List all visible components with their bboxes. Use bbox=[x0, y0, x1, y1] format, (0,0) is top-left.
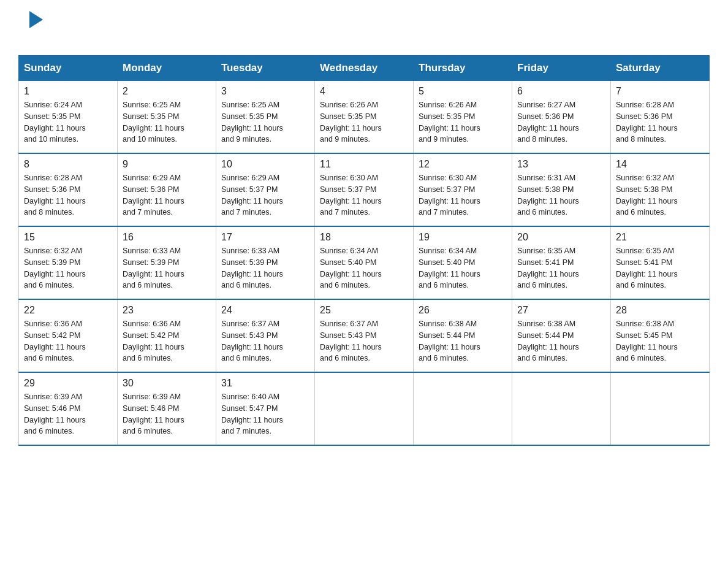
calendar-cell: 1 Sunrise: 6:24 AMSunset: 5:35 PMDayligh… bbox=[19, 81, 118, 154]
calendar-cell: 13 Sunrise: 6:31 AMSunset: 5:38 PMDaylig… bbox=[512, 153, 611, 226]
day-number: 26 bbox=[419, 305, 507, 316]
day-number: 11 bbox=[320, 159, 408, 170]
calendar-cell: 16 Sunrise: 6:33 AMSunset: 5:39 PMDaylig… bbox=[118, 226, 216, 299]
svg-marker-0 bbox=[29, 11, 43, 28]
calendar-cell: 27 Sunrise: 6:38 AMSunset: 5:44 PMDaylig… bbox=[512, 299, 611, 372]
day-info: Sunrise: 6:38 AMSunset: 5:45 PMDaylight:… bbox=[616, 318, 704, 364]
calendar-cell: 30 Sunrise: 6:39 AMSunset: 5:46 PMDaylig… bbox=[118, 372, 216, 445]
calendar-cell bbox=[512, 372, 611, 445]
weekday-header-monday: Monday bbox=[118, 56, 216, 81]
day-info: Sunrise: 6:32 AMSunset: 5:39 PMDaylight:… bbox=[24, 245, 112, 291]
day-number: 7 bbox=[616, 86, 704, 97]
day-info: Sunrise: 6:39 AMSunset: 5:46 PMDaylight:… bbox=[123, 391, 211, 437]
day-info: Sunrise: 6:26 AMSunset: 5:35 PMDaylight:… bbox=[320, 99, 408, 145]
day-number: 25 bbox=[320, 305, 408, 316]
day-info: Sunrise: 6:30 AMSunset: 5:37 PMDaylight:… bbox=[419, 172, 507, 218]
day-info: Sunrise: 6:35 AMSunset: 5:41 PMDaylight:… bbox=[517, 245, 605, 291]
calendar-table: SundayMondayTuesdayWednesdayThursdayFrid… bbox=[18, 55, 710, 446]
calendar-cell: 8 Sunrise: 6:28 AMSunset: 5:36 PMDayligh… bbox=[19, 153, 118, 226]
day-info: Sunrise: 6:29 AMSunset: 5:36 PMDaylight:… bbox=[123, 172, 211, 218]
calendar-cell: 10 Sunrise: 6:29 AMSunset: 5:37 PMDaylig… bbox=[216, 153, 315, 226]
weekday-header-row: SundayMondayTuesdayWednesdayThursdayFrid… bbox=[19, 56, 710, 81]
weekday-header-thursday: Thursday bbox=[414, 56, 512, 81]
day-info: Sunrise: 6:39 AMSunset: 5:46 PMDaylight:… bbox=[24, 391, 112, 437]
calendar-cell: 2 Sunrise: 6:25 AMSunset: 5:35 PMDayligh… bbox=[118, 81, 216, 154]
day-info: Sunrise: 6:35 AMSunset: 5:41 PMDaylight:… bbox=[616, 245, 704, 291]
day-info: Sunrise: 6:36 AMSunset: 5:42 PMDaylight:… bbox=[24, 318, 112, 364]
logo-arrow-icon bbox=[29, 11, 43, 28]
calendar-cell: 25 Sunrise: 6:37 AMSunset: 5:43 PMDaylig… bbox=[315, 299, 414, 372]
day-info: Sunrise: 6:28 AMSunset: 5:36 PMDaylight:… bbox=[24, 172, 112, 218]
day-number: 20 bbox=[517, 232, 605, 243]
calendar-week-row: 15 Sunrise: 6:32 AMSunset: 5:39 PMDaylig… bbox=[19, 226, 710, 299]
day-number: 27 bbox=[517, 305, 605, 316]
calendar-cell: 12 Sunrise: 6:30 AMSunset: 5:37 PMDaylig… bbox=[414, 153, 512, 226]
day-number: 17 bbox=[221, 232, 309, 243]
calendar-cell bbox=[414, 372, 512, 445]
day-number: 13 bbox=[517, 159, 605, 170]
day-number: 5 bbox=[419, 86, 507, 97]
day-info: Sunrise: 6:38 AMSunset: 5:44 PMDaylight:… bbox=[517, 318, 605, 364]
calendar-week-row: 8 Sunrise: 6:28 AMSunset: 5:36 PMDayligh… bbox=[19, 153, 710, 226]
day-number: 3 bbox=[221, 86, 309, 97]
calendar-cell: 23 Sunrise: 6:36 AMSunset: 5:42 PMDaylig… bbox=[118, 299, 216, 372]
calendar-cell: 6 Sunrise: 6:27 AMSunset: 5:36 PMDayligh… bbox=[512, 81, 611, 154]
day-number: 24 bbox=[221, 305, 309, 316]
calendar-cell bbox=[315, 372, 414, 445]
calendar-cell: 24 Sunrise: 6:37 AMSunset: 5:43 PMDaylig… bbox=[216, 299, 315, 372]
calendar-cell: 21 Sunrise: 6:35 AMSunset: 5:41 PMDaylig… bbox=[611, 226, 710, 299]
logo bbox=[18, 12, 43, 43]
calendar-cell: 20 Sunrise: 6:35 AMSunset: 5:41 PMDaylig… bbox=[512, 226, 611, 299]
day-number: 29 bbox=[24, 378, 112, 389]
day-number: 22 bbox=[24, 305, 112, 316]
day-number: 28 bbox=[616, 305, 704, 316]
day-number: 14 bbox=[616, 159, 704, 170]
day-number: 6 bbox=[517, 86, 605, 97]
day-info: Sunrise: 6:30 AMSunset: 5:37 PMDaylight:… bbox=[320, 172, 408, 218]
day-info: Sunrise: 6:36 AMSunset: 5:42 PMDaylight:… bbox=[123, 318, 211, 364]
weekday-header-tuesday: Tuesday bbox=[216, 56, 315, 81]
calendar-cell: 15 Sunrise: 6:32 AMSunset: 5:39 PMDaylig… bbox=[19, 226, 118, 299]
day-number: 8 bbox=[24, 159, 112, 170]
day-number: 15 bbox=[24, 232, 112, 243]
calendar-cell: 22 Sunrise: 6:36 AMSunset: 5:42 PMDaylig… bbox=[19, 299, 118, 372]
day-number: 19 bbox=[419, 232, 507, 243]
day-info: Sunrise: 6:37 AMSunset: 5:43 PMDaylight:… bbox=[221, 318, 309, 364]
day-info: Sunrise: 6:34 AMSunset: 5:40 PMDaylight:… bbox=[419, 245, 507, 291]
calendar-cell: 18 Sunrise: 6:34 AMSunset: 5:40 PMDaylig… bbox=[315, 226, 414, 299]
day-number: 2 bbox=[123, 86, 211, 97]
page-header bbox=[18, 12, 710, 43]
day-number: 21 bbox=[616, 232, 704, 243]
calendar-cell: 9 Sunrise: 6:29 AMSunset: 5:36 PMDayligh… bbox=[118, 153, 216, 226]
day-info: Sunrise: 6:38 AMSunset: 5:44 PMDaylight:… bbox=[419, 318, 507, 364]
calendar-cell: 26 Sunrise: 6:38 AMSunset: 5:44 PMDaylig… bbox=[414, 299, 512, 372]
day-number: 16 bbox=[123, 232, 211, 243]
day-info: Sunrise: 6:37 AMSunset: 5:43 PMDaylight:… bbox=[320, 318, 408, 364]
calendar-cell: 3 Sunrise: 6:25 AMSunset: 5:35 PMDayligh… bbox=[216, 81, 315, 154]
calendar-cell: 14 Sunrise: 6:32 AMSunset: 5:38 PMDaylig… bbox=[611, 153, 710, 226]
calendar-cell: 17 Sunrise: 6:33 AMSunset: 5:39 PMDaylig… bbox=[216, 226, 315, 299]
day-info: Sunrise: 6:33 AMSunset: 5:39 PMDaylight:… bbox=[221, 245, 309, 291]
day-info: Sunrise: 6:32 AMSunset: 5:38 PMDaylight:… bbox=[616, 172, 704, 218]
weekday-header-sunday: Sunday bbox=[19, 56, 118, 81]
day-info: Sunrise: 6:25 AMSunset: 5:35 PMDaylight:… bbox=[221, 99, 309, 145]
weekday-header-friday: Friday bbox=[512, 56, 611, 81]
calendar-cell: 31 Sunrise: 6:40 AMSunset: 5:47 PMDaylig… bbox=[216, 372, 315, 445]
day-number: 4 bbox=[320, 86, 408, 97]
calendar-cell bbox=[611, 372, 710, 445]
day-number: 30 bbox=[123, 378, 211, 389]
day-info: Sunrise: 6:28 AMSunset: 5:36 PMDaylight:… bbox=[616, 99, 704, 145]
day-number: 31 bbox=[221, 378, 309, 389]
day-number: 23 bbox=[123, 305, 211, 316]
day-number: 10 bbox=[221, 159, 309, 170]
calendar-week-row: 1 Sunrise: 6:24 AMSunset: 5:35 PMDayligh… bbox=[19, 81, 710, 154]
day-info: Sunrise: 6:25 AMSunset: 5:35 PMDaylight:… bbox=[123, 99, 211, 145]
weekday-header-wednesday: Wednesday bbox=[315, 56, 414, 81]
day-info: Sunrise: 6:31 AMSunset: 5:38 PMDaylight:… bbox=[517, 172, 605, 218]
calendar-cell: 4 Sunrise: 6:26 AMSunset: 5:35 PMDayligh… bbox=[315, 81, 414, 154]
calendar-cell: 11 Sunrise: 6:30 AMSunset: 5:37 PMDaylig… bbox=[315, 153, 414, 226]
day-number: 18 bbox=[320, 232, 408, 243]
calendar-week-row: 22 Sunrise: 6:36 AMSunset: 5:42 PMDaylig… bbox=[19, 299, 710, 372]
day-info: Sunrise: 6:26 AMSunset: 5:35 PMDaylight:… bbox=[419, 99, 507, 145]
calendar-week-row: 29 Sunrise: 6:39 AMSunset: 5:46 PMDaylig… bbox=[19, 372, 710, 445]
